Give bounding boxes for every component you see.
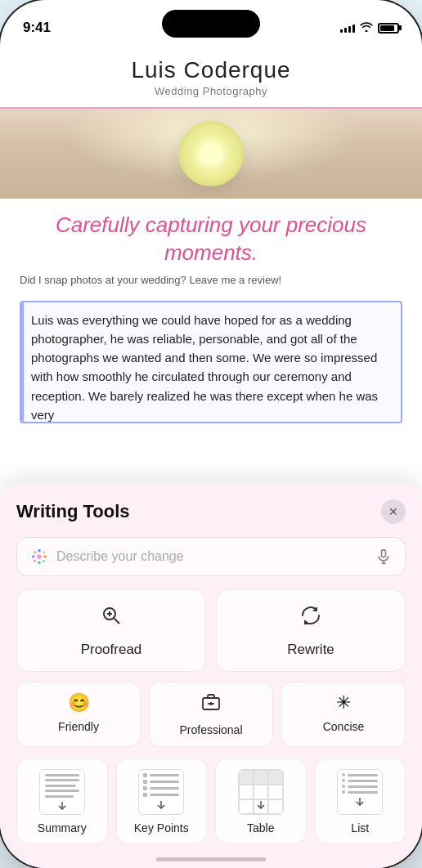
svg-point-3: [38, 549, 41, 553]
key-points-icon: [138, 769, 184, 815]
site-tagline: Carefully capturing your precious moment…: [0, 199, 422, 274]
friendly-icon: 😊: [68, 692, 90, 714]
hero-image-inner: [0, 109, 422, 199]
svg-point-2: [44, 555, 47, 558]
website-content: Luis Coderque Wedding Photography Carefu…: [0, 44, 422, 423]
summary-button[interactable]: Summary: [16, 758, 108, 843]
rewrite-label: Rewrite: [287, 642, 334, 658]
svg-point-6: [43, 551, 45, 553]
signal-bar-2: [344, 28, 347, 33]
close-icon: ✕: [388, 505, 398, 518]
signal-bar-3: [348, 26, 351, 33]
summary-icon: [39, 769, 85, 815]
sparkle-icon: [30, 548, 48, 566]
site-subtitle: Wedding Photography: [16, 85, 406, 97]
concise-label: Concise: [323, 720, 365, 733]
key-points-label: Key Points: [134, 821, 189, 834]
status-time: 9:41: [23, 20, 51, 36]
table-button[interactable]: Table: [215, 758, 307, 843]
search-bar[interactable]: Describe your change: [16, 537, 406, 576]
review-text-box[interactable]: Luis was everything we could have hoped …: [20, 301, 402, 423]
close-button[interactable]: ✕: [381, 499, 406, 524]
friendly-label: Friendly: [58, 720, 99, 733]
svg-point-1: [32, 555, 35, 558]
svg-rect-9: [382, 550, 386, 557]
concise-icon: ✳: [336, 692, 351, 714]
svg-line-13: [114, 619, 120, 624]
site-header: Luis Coderque Wedding Photography: [0, 44, 422, 109]
wifi-icon: [360, 22, 373, 34]
friendly-button[interactable]: 😊 Friendly: [16, 682, 141, 747]
svg-point-4: [38, 562, 41, 565]
professional-icon: [201, 692, 221, 717]
table-icon: [238, 769, 284, 815]
key-points-button[interactable]: Key Points: [116, 758, 208, 843]
proofread-icon: [99, 603, 123, 633]
professional-button[interactable]: Professional: [149, 682, 273, 747]
signal-bar-4: [352, 25, 355, 33]
list-button[interactable]: List: [315, 758, 406, 843]
svg-point-0: [37, 554, 42, 559]
svg-point-8: [43, 560, 45, 562]
proofread-button[interactable]: Proofread: [16, 589, 206, 672]
battery-icon: [378, 23, 399, 34]
main-tools-row: Proofread Rewrite: [16, 589, 406, 672]
writing-tools-panel: Writing Tools ✕ Describe your change: [0, 483, 422, 868]
site-title: Luis Coderque: [16, 57, 406, 83]
panel-title: Writing Tools: [16, 501, 130, 522]
panel-header: Writing Tools ✕: [16, 499, 406, 524]
phone-frame: 9:41 Luis Coderque Weddin: [0, 0, 422, 868]
home-indicator: [156, 857, 266, 861]
rewrite-button[interactable]: Rewrite: [216, 589, 406, 672]
rewrite-icon: [299, 603, 323, 633]
tone-tools-row: 😊 Friendly Professional ✳ Concise: [16, 682, 406, 747]
review-text: Luis was everything we could have hoped …: [31, 313, 378, 422]
professional-label: Professional: [179, 723, 242, 736]
proofread-label: Proofread: [81, 642, 142, 658]
review-prompt: Did I snap photos at your wedding? Leave…: [0, 274, 422, 294]
microphone-icon: [375, 548, 392, 565]
dynamic-island: [162, 10, 260, 38]
list-label: List: [351, 821, 369, 834]
format-tools-row: Summary Key Points: [16, 758, 406, 843]
table-label: Table: [247, 821, 274, 834]
signal-bars-icon: [340, 23, 355, 33]
search-placeholder: Describe your change: [56, 549, 367, 564]
hero-flowers-decoration: [178, 121, 244, 186]
svg-point-7: [34, 560, 36, 562]
hero-image: [0, 109, 422, 199]
summary-label: Summary: [38, 821, 87, 834]
concise-button[interactable]: ✳ Concise: [281, 682, 406, 747]
battery-fill: [380, 25, 394, 31]
svg-point-5: [34, 551, 36, 553]
list-icon: [337, 769, 383, 815]
status-icons: [340, 22, 399, 34]
signal-bar-1: [340, 29, 343, 33]
